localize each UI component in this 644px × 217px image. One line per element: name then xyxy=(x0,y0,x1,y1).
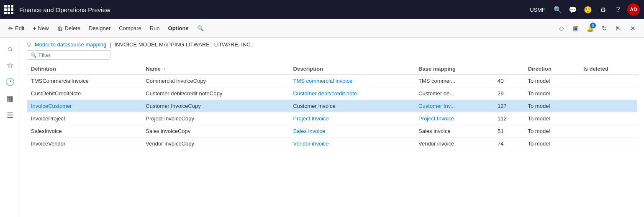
app-title: Finance and Operations Preview xyxy=(19,6,530,13)
new-icon: + xyxy=(33,25,36,32)
cell-direction: To model xyxy=(524,125,580,138)
sidebar-home-icon[interactable]: ⌂ xyxy=(3,41,18,56)
cell-basemapping: TMS commer... xyxy=(414,75,493,87)
toolbar-right-actions: ◇ ▣ 🔔 0 ↻ ⇱ ✕ xyxy=(555,22,639,35)
table-row[interactable]: InvoiceCustomer Customer InvoiceCopy Cus… xyxy=(27,100,637,112)
cell-isdeleted xyxy=(579,100,637,112)
edit-icon: ✏ xyxy=(8,25,13,32)
cell-definition: TMSCommercialInvoice xyxy=(27,75,141,87)
cell-isdeleted xyxy=(579,138,637,150)
cell-basemapping: Customer de... xyxy=(414,87,493,100)
delete-icon: 🗑 xyxy=(57,25,63,32)
refresh-icon-btn[interactable]: ↻ xyxy=(598,22,611,35)
data-table: Definition Name ↑ Description Base mappi… xyxy=(27,63,637,150)
col-header-basemapping[interactable]: Base mapping xyxy=(414,63,493,75)
toolbar: ✏ Edit + New 🗑 Delete Designer Compare R… xyxy=(0,19,644,38)
cell-description: Customer Invoice xyxy=(289,100,415,112)
cell-count: 112 xyxy=(493,112,523,125)
col-header-count xyxy=(493,63,523,75)
breadcrumb: ▽ Model to datasource mapping | INVOICE … xyxy=(20,38,644,50)
compare-button[interactable]: Compare xyxy=(115,23,144,33)
run-button[interactable]: Run xyxy=(146,23,163,33)
col-header-name[interactable]: Name ↑ xyxy=(141,63,289,75)
table-row[interactable]: SalesInvoice Sales invoiceCopy Sales inv… xyxy=(27,125,637,138)
sidebar-star-icon[interactable]: ☆ xyxy=(3,58,18,73)
badge-icon-btn[interactable]: 🔔 0 xyxy=(584,22,596,35)
breadcrumb-separator: | xyxy=(110,41,111,48)
cell-isdeleted xyxy=(579,112,637,125)
cell-direction: To model xyxy=(524,87,580,100)
org-label: USMF xyxy=(530,7,545,13)
user-avatar[interactable]: AD xyxy=(627,3,640,16)
search-icon-top[interactable]: 🔍 xyxy=(552,4,564,15)
cell-count: 51 xyxy=(493,125,523,138)
layout-icon-btn[interactable]: ▣ xyxy=(570,22,582,35)
top-bar: Finance and Operations Preview USMF 🔍 💬 … xyxy=(0,0,644,19)
chat-icon[interactable]: 💬 xyxy=(567,4,579,15)
settings-icon-top[interactable]: ⚙ xyxy=(597,4,609,15)
diamond-icon-btn[interactable]: ◇ xyxy=(555,22,568,35)
help-icon[interactable]: ? xyxy=(612,4,624,15)
sort-icon: ↑ xyxy=(163,66,165,71)
sidebar-calendar-icon[interactable]: ▦ xyxy=(3,91,18,106)
sidebar-list-icon[interactable]: ☰ xyxy=(3,108,18,123)
smiley-icon[interactable]: 🙂 xyxy=(582,4,594,15)
edit-button[interactable]: ✏ Edit xyxy=(5,23,28,34)
cell-description[interactable]: TMS commercial invoice xyxy=(289,75,415,87)
table-row[interactable]: InvoiceProject Project InvoiceCopy Proje… xyxy=(27,112,637,125)
new-button[interactable]: + New xyxy=(29,23,52,34)
cell-definition: CustDebitCreditNote xyxy=(27,87,141,100)
table-header-row: Definition Name ↑ Description Base mappi… xyxy=(27,63,637,75)
table-row[interactable]: TMSCommercialInvoice Commercial invoiceC… xyxy=(27,75,637,87)
cell-definition: InvoiceCustomer xyxy=(27,100,141,112)
table-row[interactable]: InvoiceVendor Vendor invoiceCopy Vendor … xyxy=(27,138,637,150)
col-header-direction[interactable]: Direction xyxy=(524,63,580,75)
cell-direction: To model xyxy=(524,100,580,112)
notification-badge: 0 xyxy=(590,23,596,28)
breadcrumb-parent-link[interactable]: Model to datasource mapping xyxy=(35,41,106,48)
sidebar-clock-icon[interactable]: 🕐 xyxy=(3,74,18,89)
delete-button[interactable]: 🗑 Delete xyxy=(54,23,84,34)
sidebar: ⌂ ☆ 🕐 ▦ ☰ xyxy=(0,38,20,217)
col-header-definition[interactable]: Definition xyxy=(27,63,141,75)
cell-name: Customer debit/credit noteCopy xyxy=(141,87,289,100)
cell-name: Vendor invoiceCopy xyxy=(141,138,289,150)
close-icon-btn[interactable]: ✕ xyxy=(626,22,639,35)
cell-basemapping[interactable]: Project Invoice xyxy=(414,112,493,125)
filter-input-box: 🔍 xyxy=(27,50,110,60)
top-bar-actions: USMF 🔍 💬 🙂 ⚙ ? AD xyxy=(530,3,640,16)
cell-description[interactable]: Project Invoice xyxy=(289,112,415,125)
cell-description[interactable]: Vendor invoice xyxy=(289,138,415,150)
cell-basemapping[interactable]: Customer Inv... xyxy=(414,100,493,112)
popout-icon-btn[interactable]: ⇱ xyxy=(612,22,625,35)
cell-basemapping: Sales invoice xyxy=(414,125,493,138)
cell-isdeleted xyxy=(579,125,637,138)
filter-icon: ▽ xyxy=(27,41,31,48)
col-header-description[interactable]: Description xyxy=(289,63,415,75)
main-layout: ⌂ ☆ 🕐 ▦ ☰ ▽ Model to datasource mapping … xyxy=(0,38,644,217)
cell-count: 29 xyxy=(493,87,523,100)
filter-box-wrap: 🔍 xyxy=(20,50,644,63)
cell-definition: InvoiceVendor xyxy=(27,138,141,150)
cell-name: Customer InvoiceCopy xyxy=(141,100,289,112)
filter-search-icon: 🔍 xyxy=(31,52,37,58)
waffle-menu[interactable] xyxy=(4,5,13,14)
filter-input[interactable] xyxy=(38,52,107,58)
cell-description[interactable]: Customer debit/credit note xyxy=(289,87,415,100)
col-header-isdeleted[interactable]: Is deleted xyxy=(579,63,637,75)
cell-basemapping: Vendor invoice xyxy=(414,138,493,150)
table-wrap: Definition Name ↑ Description Base mappi… xyxy=(20,63,644,217)
table-row[interactable]: CustDebitCreditNote Customer debit/credi… xyxy=(27,87,637,100)
cell-isdeleted xyxy=(579,87,637,100)
cell-count: 74 xyxy=(493,138,523,150)
options-button[interactable]: Options xyxy=(165,23,192,33)
content-area: ▽ Model to datasource mapping | INVOICE … xyxy=(20,38,644,217)
cell-name: Commercial invoiceCopy xyxy=(141,75,289,87)
cell-description[interactable]: Sales invoice xyxy=(289,125,415,138)
cell-name: Sales invoiceCopy xyxy=(141,125,289,138)
cell-direction: To model xyxy=(524,112,580,125)
designer-button[interactable]: Designer xyxy=(85,23,114,33)
cell-direction: To model xyxy=(524,75,580,87)
cell-name: Project InvoiceCopy xyxy=(141,112,289,125)
toolbar-search-button[interactable]: 🔍 xyxy=(194,23,207,33)
